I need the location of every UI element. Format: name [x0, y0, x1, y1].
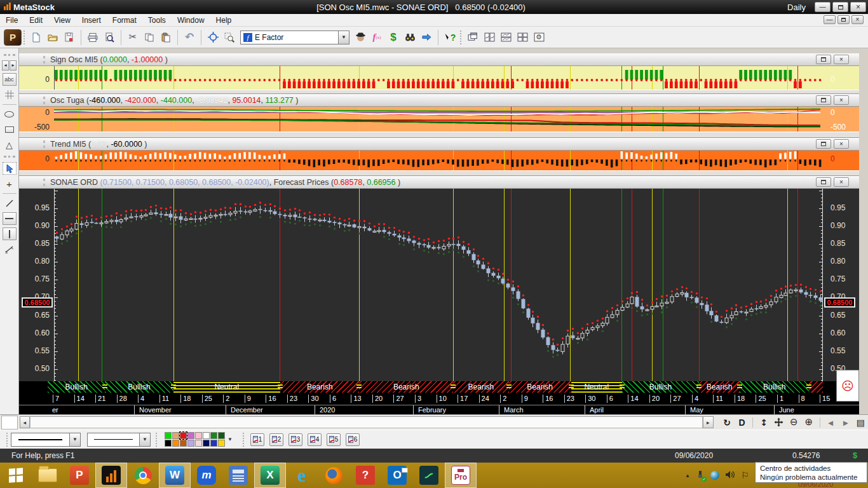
- menu-item-file[interactable]: File: [0, 15, 24, 26]
- menu-item-insert[interactable]: Insert: [76, 15, 107, 26]
- copy-button[interactable]: [141, 29, 158, 46]
- child-restore-button[interactable]: [837, 15, 850, 24]
- horizontal-line-tool[interactable]: [3, 212, 17, 225]
- usb-device-icon[interactable]: ✓: [696, 470, 705, 481]
- taskbar-start-icon[interactable]: [0, 463, 32, 488]
- color-swatch[interactable]: [218, 440, 225, 447]
- grid-tool[interactable]: [3, 88, 17, 101]
- taskbar-metastock-pro-icon[interactable]: Pro: [445, 463, 477, 488]
- taskbar-chrome-icon[interactable]: [127, 463, 159, 488]
- color-swatch[interactable]: [172, 432, 179, 439]
- panel-header-sign-osc[interactable]: Sign Osc MI5 (0.0000, -1.00000 ) ×: [19, 53, 859, 66]
- color-swatch[interactable]: [172, 440, 179, 447]
- candlestick-chart[interactable]: [54, 189, 823, 381]
- minimize-button[interactable]: —: [815, 2, 831, 12]
- power-console-button[interactable]: P: [4, 29, 22, 46]
- layout-button-3[interactable]: 3: [288, 433, 302, 446]
- context-help-button[interactable]: ?: [442, 29, 458, 46]
- taskbar-outlook-icon[interactable]: O: [381, 463, 413, 488]
- panel-close-button[interactable]: ×: [834, 177, 849, 187]
- close-button[interactable]: ×: [850, 2, 866, 12]
- cut-button[interactable]: ✂: [125, 29, 141, 46]
- osc-tuga-panel[interactable]: 0-5000-500: [19, 107, 859, 132]
- taskbar-maxthon-icon[interactable]: m: [191, 463, 222, 488]
- crosshair-tool[interactable]: +: [3, 177, 17, 190]
- fit-vertical-button[interactable]: ↕: [756, 416, 771, 429]
- color-palette[interactable]: [165, 432, 225, 447]
- color-swatch[interactable]: [218, 432, 225, 439]
- taskbar-word-icon[interactable]: W: [159, 463, 191, 488]
- tile-vertical-button[interactable]: [481, 29, 498, 46]
- panel-close-button[interactable]: ×: [834, 139, 849, 149]
- color-swatch[interactable]: [180, 432, 187, 439]
- color-swatch[interactable]: [165, 440, 172, 447]
- taskbar-internet-explorer-icon[interactable]: e: [286, 463, 318, 488]
- taskbar-metastock-icon[interactable]: [95, 463, 127, 488]
- color-swatch[interactable]: [210, 432, 217, 439]
- system-tester-button[interactable]: $: [385, 29, 402, 46]
- previous-chart-button[interactable]: ◂: [823, 416, 838, 429]
- scroll-right-button[interactable]: ▸: [703, 416, 714, 428]
- print-button[interactable]: [85, 29, 101, 46]
- vertical-line-tool[interactable]: [3, 227, 17, 240]
- scroll-left-tool[interactable]: ◂: [2, 60, 9, 71]
- taskbar-powerpoint-icon[interactable]: P: [64, 463, 95, 488]
- menu-item-tools[interactable]: Tools: [142, 15, 172, 26]
- trend-panel[interactable]: 00: [19, 151, 859, 170]
- save-button[interactable]: [61, 29, 78, 46]
- next-chart-button[interactable]: ▸: [838, 416, 853, 429]
- rectangle-tool[interactable]: [3, 123, 17, 136]
- pan-button[interactable]: [771, 416, 787, 429]
- color-swatch[interactable]: [210, 440, 217, 447]
- line-weight-dropdown[interactable]: ▼: [87, 433, 151, 447]
- paste-button[interactable]: [158, 29, 174, 46]
- line-style-dropdown[interactable]: ▼: [11, 433, 81, 447]
- restore-button[interactable]: [832, 2, 848, 12]
- indicator-quicklist-dropdown[interactable]: ▼: [338, 31, 349, 44]
- child-close-button[interactable]: ×: [851, 15, 864, 24]
- taskbar-firefox-icon[interactable]: [318, 463, 349, 488]
- panel-close-button[interactable]: ×: [834, 95, 849, 105]
- layout-button-6[interactable]: 6: [346, 433, 360, 446]
- layout-button-1[interactable]: 1: [250, 433, 264, 446]
- indicator-quicklist[interactable]: f E Factor ▼: [240, 30, 349, 44]
- panel-maximize-button[interactable]: [816, 139, 831, 149]
- daily-periodicity-button[interactable]: D: [735, 416, 750, 429]
- network-icon[interactable]: [710, 471, 719, 480]
- panel-maximize-button[interactable]: [816, 177, 831, 187]
- child-minimize-button[interactable]: —: [824, 15, 836, 24]
- menu-item-window[interactable]: Window: [172, 15, 210, 26]
- color-swatch[interactable]: [180, 440, 187, 447]
- taskbar-snagit-icon[interactable]: [413, 463, 445, 488]
- scroll-right-tool[interactable]: ▸: [10, 60, 17, 71]
- sign-osc-panel[interactable]: 00: [19, 66, 859, 90]
- cascade-windows-button[interactable]: [465, 29, 481, 46]
- osc-tuga-chart[interactable]: [54, 107, 823, 132]
- panel-splitter[interactable]: [19, 90, 859, 94]
- open-button[interactable]: [44, 29, 61, 46]
- zoom-tool-button[interactable]: [221, 29, 238, 46]
- menu-item-view[interactable]: View: [48, 15, 76, 26]
- volume-icon[interactable]: [725, 470, 735, 481]
- crosshair-pointer-button[interactable]: [205, 29, 221, 46]
- indicator-builder-button[interactable]: f(x): [369, 29, 385, 46]
- ellipse-tool[interactable]: [3, 108, 17, 121]
- explorer-button[interactable]: [352, 29, 369, 46]
- taskbar-calculator-icon[interactable]: [222, 463, 254, 488]
- menu-item-format[interactable]: Format: [107, 15, 142, 26]
- panel-maximize-button[interactable]: [816, 55, 831, 64]
- horizontal-scrollbar[interactable]: [30, 416, 703, 428]
- triangle-tool[interactable]: △: [3, 139, 17, 151]
- taskbar-excel-icon[interactable]: X: [254, 463, 286, 488]
- color-swatch[interactable]: [187, 440, 194, 447]
- layout-button-2[interactable]: 2: [269, 433, 283, 446]
- undo-button[interactable]: ↶: [181, 29, 198, 46]
- trendline-tool[interactable]: [3, 197, 17, 210]
- panel-header-sonae[interactable]: SONAE ORD (0.71500, 0.71500, 0.68050, 0.…: [19, 176, 859, 189]
- menu-item-help[interactable]: Help: [210, 15, 238, 26]
- expert-advisor-button[interactable]: ☹: [836, 370, 859, 402]
- color-swatch[interactable]: [195, 440, 202, 447]
- color-swatch[interactable]: [203, 432, 210, 439]
- new-chart-button[interactable]: [28, 29, 44, 46]
- taskbar-help-icon[interactable]: ?: [349, 463, 381, 488]
